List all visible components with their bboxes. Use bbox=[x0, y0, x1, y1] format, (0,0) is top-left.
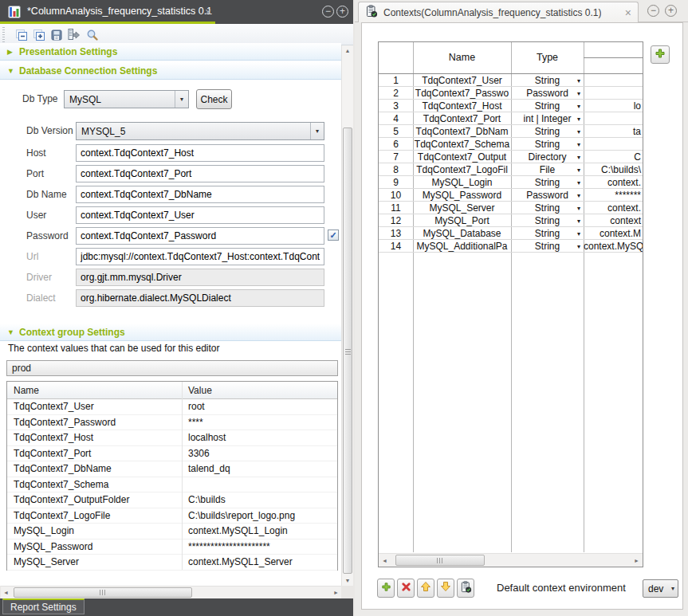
right-tab-close-icon[interactable]: × bbox=[625, 7, 631, 18]
table-row[interactable]: 1TdqContext7_UserString▾ bbox=[379, 74, 643, 87]
table-row[interactable]: 6TdqContext7_SchemaString▾ bbox=[379, 138, 643, 151]
db-version-combo[interactable]: MYSQL_5 ▾ bbox=[76, 122, 324, 140]
table-row[interactable]: TdqContext7_DbNametalend_dq bbox=[7, 461, 337, 477]
context-group-description: The context values that can be used for … bbox=[8, 343, 220, 354]
url-label: Url bbox=[26, 248, 38, 265]
table-row[interactable]: 8TdqContext7_LogoFilFile▾C:\builds\ bbox=[379, 163, 643, 176]
driver-input bbox=[76, 269, 324, 286]
type-dropdown-icon[interactable]: ▾ bbox=[577, 141, 580, 148]
tab-contexts[interactable]: Contexts(ColumnAnalysis_frequency_statis… bbox=[358, 2, 639, 22]
table-row[interactable]: 9MySQL_LoginString▾context. bbox=[379, 176, 643, 189]
scroll-left-icon[interactable]: ◄ bbox=[3, 590, 9, 595]
default-context-environment-dropdown[interactable]: dev ▾ bbox=[643, 579, 678, 598]
type-dropdown-icon[interactable]: ▾ bbox=[577, 167, 580, 174]
tab-report-settings[interactable]: Report Settings bbox=[2, 598, 85, 614]
scrollbar-thumb[interactable] bbox=[395, 555, 485, 566]
delete-icon bbox=[401, 581, 411, 595]
table-row[interactable]: TdqContext7_OutputFolderC:\builds bbox=[7, 492, 337, 508]
name-column-header: Name bbox=[413, 42, 511, 73]
section-database-connection-settings[interactable]: ▼ Database Connection Settings bbox=[0, 62, 341, 80]
table-row[interactable]: TdqContext7_Port3306 bbox=[7, 446, 337, 462]
password-input[interactable] bbox=[76, 227, 324, 245]
value-column-header: Value bbox=[182, 385, 337, 396]
db-name-label: Db Name bbox=[26, 186, 67, 203]
save-icon[interactable] bbox=[49, 28, 63, 41]
toolbar-drag-handle[interactable] bbox=[2, 26, 5, 42]
select-context-button[interactable] bbox=[457, 579, 474, 598]
table-row[interactable]: 14MySQL_AdditionalPaString▾context.MySQ bbox=[379, 240, 643, 253]
table-row[interactable]: 10MySQL_PasswordPassword▾******* bbox=[379, 189, 643, 202]
move-up-button[interactable] bbox=[417, 579, 434, 598]
type-dropdown-icon[interactable]: ▾ bbox=[577, 205, 580, 212]
scroll-up-icon[interactable]: ▲ bbox=[342, 48, 353, 53]
table-row[interactable]: MySQL_Servercontext.MySQL1_Server bbox=[7, 555, 337, 571]
type-dropdown-icon[interactable]: ▾ bbox=[577, 103, 580, 110]
table-row[interactable]: TdqContext7_LogoFileC:\builds\report_log… bbox=[7, 508, 337, 524]
left-tab-title[interactable]: *ColumnAnalysis_frequency_statistics 0.1 bbox=[27, 0, 212, 23]
table-row[interactable]: 7TdqContext7_OutputDirectory▾C bbox=[379, 151, 643, 163]
table-row[interactable]: MySQL_Password********************** bbox=[7, 539, 337, 555]
host-input[interactable] bbox=[76, 144, 324, 162]
table-row[interactable]: MySQL_Logincontext.MySQL1_Login bbox=[7, 524, 337, 539]
type-dropdown-icon[interactable]: ▾ bbox=[577, 90, 580, 97]
password-label: Password bbox=[26, 227, 69, 245]
type-dropdown-icon[interactable]: ▾ bbox=[577, 154, 580, 161]
add-context-button[interactable] bbox=[377, 579, 395, 598]
type-dropdown-icon[interactable]: ▾ bbox=[577, 179, 580, 186]
table-row[interactable]: 5TdqContext7_DbNamString▾ta bbox=[379, 125, 643, 138]
delete-context-button[interactable] bbox=[397, 579, 415, 598]
context-values-table: Name Value TdqContext7_Userroot TdqConte… bbox=[6, 381, 338, 571]
search-icon[interactable] bbox=[85, 28, 99, 41]
table-row[interactable]: TdqContext7_Hostlocalhost bbox=[7, 430, 337, 446]
scroll-right-icon[interactable]: ► bbox=[634, 558, 639, 563]
export-report-icon[interactable] bbox=[67, 28, 81, 41]
section-presentation-settings[interactable]: ▶ Presentation Settings bbox=[0, 43, 341, 61]
db-version-label: Db Version bbox=[26, 122, 73, 139]
table-row[interactable]: 13MySQL_DatabaseString▾context.M bbox=[379, 227, 643, 240]
db-name-input[interactable] bbox=[76, 186, 324, 203]
table-row[interactable]: TdqContext7_Password**** bbox=[7, 415, 337, 431]
maximize-icon[interactable]: + bbox=[336, 6, 348, 18]
minimize-icon[interactable]: − bbox=[647, 5, 659, 17]
minimize-icon[interactable]: − bbox=[322, 6, 334, 18]
scroll-right-icon[interactable]: ► bbox=[333, 590, 339, 595]
port-input[interactable] bbox=[76, 165, 324, 182]
table-row[interactable]: TdqContext7_Schema bbox=[7, 477, 337, 493]
type-dropdown-icon[interactable]: ▾ bbox=[577, 77, 580, 84]
table-row[interactable]: 4TdqContext7_Portint | Integer▾ bbox=[379, 112, 643, 125]
scroll-left-icon[interactable]: ◄ bbox=[382, 558, 387, 563]
type-dropdown-icon[interactable]: ▾ bbox=[577, 116, 580, 123]
scrollbar-thumb[interactable] bbox=[14, 587, 192, 598]
section-context-group-settings[interactable]: ▼ Context group Settings bbox=[0, 324, 341, 341]
left-tab-close-icon[interactable]: × bbox=[205, 6, 211, 18]
expand-all-icon[interactable] bbox=[32, 28, 45, 41]
table-row[interactable]: 11MySQL_ServerString▾context. bbox=[379, 202, 643, 214]
db-type-combo[interactable]: MySQL ▾ bbox=[64, 90, 189, 108]
type-dropdown-icon[interactable]: ▾ bbox=[577, 192, 580, 199]
scroll-down-icon[interactable]: ▼ bbox=[342, 578, 353, 583]
type-dropdown-icon[interactable]: ▾ bbox=[577, 230, 580, 237]
type-dropdown-icon[interactable]: ▾ bbox=[577, 128, 580, 135]
type-dropdown-icon[interactable]: ▾ bbox=[577, 243, 580, 250]
password-checkbox[interactable]: ✓ bbox=[328, 230, 339, 241]
host-label: Host bbox=[26, 144, 46, 162]
user-input[interactable] bbox=[76, 206, 324, 224]
move-down-button[interactable] bbox=[437, 579, 454, 598]
scrollbar-thumb[interactable] bbox=[343, 128, 352, 574]
chevron-down-icon[interactable]: ▾ bbox=[310, 123, 324, 139]
table-row[interactable]: 3TdqContext7_HostString▾lo bbox=[379, 100, 643, 112]
type-dropdown-icon[interactable]: ▾ bbox=[577, 218, 580, 225]
table-horizontal-scrollbar[interactable]: ◄ ► bbox=[379, 553, 643, 567]
check-button[interactable]: Check bbox=[196, 89, 232, 109]
vertical-scrollbar[interactable]: ▲ ▼ bbox=[341, 45, 353, 586]
table-row[interactable]: TdqContext7_Userroot bbox=[7, 399, 337, 415]
table-row[interactable]: 12MySQL_PortString▾context bbox=[379, 214, 643, 227]
chevron-down-icon[interactable]: ▾ bbox=[175, 91, 188, 108]
collapse-all-icon[interactable] bbox=[14, 28, 28, 41]
maximize-icon[interactable]: + bbox=[665, 5, 677, 17]
table-row[interactable]: 2TdqContext7_PasswoPassword▾ bbox=[379, 87, 643, 100]
add-context-environment-button[interactable] bbox=[651, 45, 670, 64]
context-group-name-bar[interactable]: prod bbox=[6, 360, 338, 376]
horizontal-scrollbar[interactable]: ◄ ► bbox=[1, 586, 341, 598]
port-label: Port bbox=[26, 165, 44, 182]
